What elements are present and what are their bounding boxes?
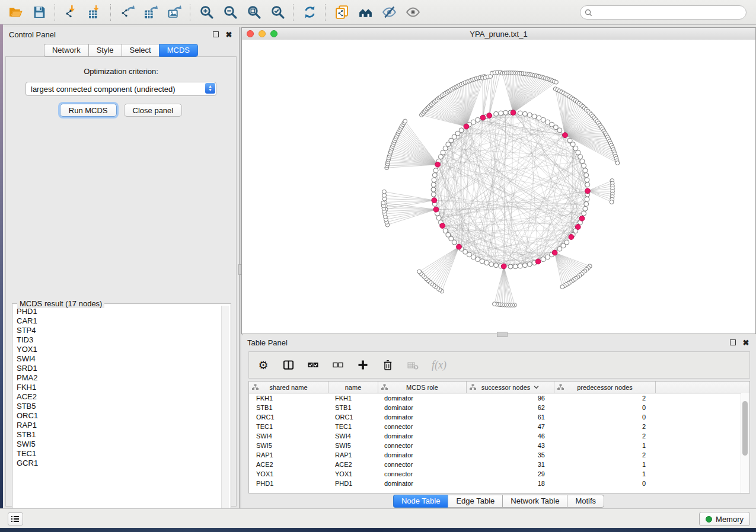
mcds-result-item[interactable]: RAP1 xyxy=(15,421,220,430)
clone-network-button[interactable] xyxy=(330,2,353,23)
float-table-panel-icon[interactable] xyxy=(729,338,737,347)
column-header-name[interactable]: name xyxy=(328,382,378,393)
table-row[interactable]: FKH1FKH1dominator962 xyxy=(249,393,749,403)
export-network-icon xyxy=(120,5,135,20)
result-scrollbar[interactable] xyxy=(221,306,229,525)
zoom-selected-button[interactable] xyxy=(266,2,289,23)
table-row[interactable]: ORC1ORC1dominator610 xyxy=(249,412,749,422)
close-panel-icon[interactable]: ✖ xyxy=(225,30,233,39)
first-neighbors-button[interactable] xyxy=(353,2,377,23)
import-network-button[interactable] xyxy=(59,2,83,23)
export-table-button[interactable] xyxy=(139,2,162,23)
refresh-layout-icon xyxy=(302,5,317,20)
horizontal-splitter-handle[interactable] xyxy=(497,332,508,337)
memory-button[interactable]: Memory xyxy=(699,512,750,526)
table-row[interactable]: ACE2ACE2connector311 xyxy=(249,460,749,469)
table-tab-edge-table[interactable]: Edge Table xyxy=(448,495,502,508)
hide-selected-button[interactable] xyxy=(377,2,401,23)
export-network-button[interactable] xyxy=(115,2,139,23)
table-row[interactable]: RAP1RAP1dominator352 xyxy=(249,450,749,460)
column-header-successor-nodes[interactable]: successor nodes xyxy=(467,382,554,393)
optimization-label: Optimization criterion: xyxy=(6,67,236,76)
table-row[interactable]: STB1STB1dominator620 xyxy=(249,403,749,412)
run-mcds-button[interactable]: Run MCDS xyxy=(60,104,117,117)
optimization-select[interactable]: largest connected component (undirected)… xyxy=(25,82,216,96)
zoom-fit-button[interactable] xyxy=(242,2,266,23)
table-tab-motifs[interactable]: Motifs xyxy=(567,495,604,508)
show-all-button[interactable] xyxy=(401,2,425,23)
select-all-button[interactable] xyxy=(307,358,319,371)
cell-name: PHD1 xyxy=(328,480,377,487)
search-box[interactable] xyxy=(580,5,747,20)
close-table-panel-icon[interactable]: ✖ xyxy=(742,338,750,347)
tab-select[interactable]: Select xyxy=(122,44,159,57)
mcds-result-item[interactable]: ORC1 xyxy=(15,411,220,421)
cell-predecessor-nodes: 1 xyxy=(552,442,653,449)
cell-successor-nodes: 96 xyxy=(465,395,552,402)
table-row[interactable]: YOX1YOX1connector291 xyxy=(249,469,749,479)
search-icon xyxy=(585,9,592,17)
open-session-button[interactable] xyxy=(4,2,27,23)
column-settings-button[interactable]: ⚙ xyxy=(257,358,269,371)
zoom-out-button[interactable] xyxy=(218,2,242,23)
mcds-result-item[interactable]: CAR1 xyxy=(15,316,220,326)
mcds-result-item[interactable]: PHD1 xyxy=(15,307,220,316)
table-row[interactable]: SWI5SWI5connector431 xyxy=(249,441,749,450)
deselect-all-button[interactable] xyxy=(332,358,344,371)
column-header-MCDS-role[interactable]: MCDS role xyxy=(378,382,467,393)
show-all-icon xyxy=(406,5,420,20)
mcds-result-item[interactable]: STP4 xyxy=(15,326,220,335)
mcds-result-item[interactable]: STB5 xyxy=(15,402,220,411)
split-table-button[interactable] xyxy=(282,358,294,371)
refresh-layout-button[interactable] xyxy=(298,2,321,23)
mcds-result-item[interactable]: FKH1 xyxy=(15,383,220,392)
tab-network[interactable]: Network xyxy=(44,44,88,57)
mcds-result-item[interactable]: PMA2 xyxy=(15,373,220,383)
import-table-button[interactable] xyxy=(83,2,107,23)
mcds-result-item[interactable]: ACE2 xyxy=(15,392,220,402)
column-header-filler xyxy=(656,382,749,393)
cell-MCDS-role: dominator xyxy=(377,404,465,411)
network-graph[interactable] xyxy=(242,40,755,334)
column-header-shared-name[interactable]: shared name xyxy=(249,382,328,393)
task-history-button[interactable] xyxy=(8,512,23,525)
table-row[interactable]: PHD1PHD1dominator180 xyxy=(249,479,749,488)
table-scrollbar-thumb[interactable] xyxy=(742,401,748,456)
network-canvas[interactable] xyxy=(242,40,755,334)
network-titlebar[interactable]: YPA_prune.txt_1 xyxy=(242,28,755,40)
cell-MCDS-role: connector xyxy=(377,461,465,468)
tab-mcds[interactable]: MCDS xyxy=(159,44,198,57)
cell-MCDS-role: dominator xyxy=(377,451,465,459)
add-column-button[interactable] xyxy=(357,358,369,371)
cell-shared-name: RAP1 xyxy=(249,451,328,459)
table-tab-node-table[interactable]: Node Table xyxy=(393,495,448,508)
mcds-result-item[interactable]: STB1 xyxy=(15,430,220,440)
mcds-result-item[interactable]: SWI5 xyxy=(15,440,220,449)
mcds-result-item[interactable]: SWI4 xyxy=(15,354,220,364)
delete-columns-button[interactable] xyxy=(382,358,394,371)
save-session-button[interactable] xyxy=(27,2,51,23)
table-scrollbar[interactable] xyxy=(741,393,749,493)
table-tab-network-table[interactable]: Network Table xyxy=(502,495,567,508)
mcds-result-item[interactable]: GCR1 xyxy=(15,459,220,468)
select-stepper-icon: ▲▼ xyxy=(205,83,215,94)
zoom-in-button[interactable] xyxy=(194,2,218,23)
mcds-tab-content: Optimization criterion: largest connecte… xyxy=(5,56,237,507)
close-panel-button[interactable]: Close panel xyxy=(124,104,183,117)
search-input[interactable] xyxy=(592,8,746,17)
export-image-button[interactable] xyxy=(162,2,186,23)
first-neighbors-icon xyxy=(358,5,373,20)
column-header-predecessor-nodes[interactable]: predecessor nodes xyxy=(554,382,656,393)
cell-successor-nodes: 62 xyxy=(465,404,552,411)
mcds-result-list[interactable]: PHD1CAR1STP4TID3YOX1SWI4SRD1PMA2FKH1ACE2… xyxy=(15,307,220,524)
table-row[interactable]: SWI4SWI4dominator462 xyxy=(249,431,749,441)
table-row[interactable]: TEC1TEC1connector472 xyxy=(249,422,749,431)
mcds-result-item[interactable]: SRD1 xyxy=(15,364,220,373)
mcds-result-item[interactable]: TEC1 xyxy=(15,449,220,459)
open-session-icon xyxy=(8,5,23,20)
attribute-icon xyxy=(470,384,476,390)
float-panel-icon[interactable] xyxy=(212,30,220,39)
tab-style[interactable]: Style xyxy=(88,44,122,57)
mcds-result-item[interactable]: TID3 xyxy=(15,335,220,345)
mcds-result-item[interactable]: YOX1 xyxy=(15,345,220,354)
